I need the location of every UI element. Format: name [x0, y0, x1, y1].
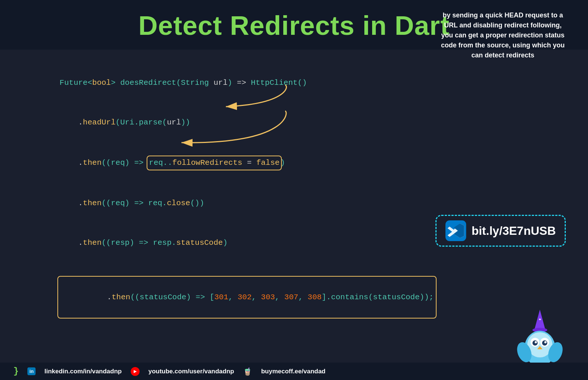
svg-point-12: [535, 341, 537, 343]
code-token: 308: [308, 293, 322, 301]
code-token: ((resp) => resp.: [101, 239, 176, 247]
code-token: req..: [149, 159, 172, 167]
footer-brace: }: [13, 366, 19, 376]
code-token: 302: [238, 293, 252, 301]
linkedin-text: linkedin.com/in/vandadnp: [44, 368, 122, 375]
code-token: =: [242, 159, 256, 167]
code-token: statusCode: [176, 239, 223, 247]
code-token: then: [83, 159, 101, 167]
code-token: then: [111, 293, 130, 301]
annotation-box: by sending a quick HEAD request to a URL…: [440, 10, 566, 60]
footer: } in linkedin.com/in/vandadnp ▶ youtube.…: [0, 363, 588, 380]
vscode-badge[interactable]: bit.ly/3E7nUSB: [435, 215, 566, 247]
code-token: ): [280, 159, 285, 167]
coffee-text: buymecoff.ee/vandad: [261, 368, 325, 375]
linkedin-icon: in: [27, 367, 36, 375]
code-token: ((req) => req.: [101, 199, 167, 207]
highlight-line-box: .then((statusCode) => [301, 302, 303, 30…: [57, 276, 437, 319]
vscode-url[interactable]: bit.ly/3E7nUSB: [471, 224, 556, 238]
code-token: String: [181, 79, 209, 87]
code-token: > doesRedirect(: [111, 79, 181, 87]
code-token: then: [83, 199, 101, 207]
svg-point-13: [544, 341, 547, 343]
code-token: ): [228, 79, 233, 87]
code-token: ((req) =>: [101, 159, 148, 167]
code-token: ].contains(statusCode));: [322, 293, 434, 301]
code-token: ,: [228, 293, 238, 301]
code-token: ): [223, 239, 228, 247]
code-line-3: .then((req) => req..followRedirects = fa…: [22, 142, 566, 183]
code-token: Future<: [60, 79, 92, 87]
code-token: ()): [190, 199, 204, 207]
code-token: )): [181, 118, 190, 127]
code-line-6: .then((statusCode) => [301, 302, 303, 30…: [22, 263, 566, 331]
code-token: HttpClient(): [251, 79, 307, 87]
code-token: .: [60, 159, 83, 167]
code-token: followRedirects: [172, 159, 242, 167]
youtube-icon: ▶: [131, 367, 140, 376]
mascot-svg: ✦: [514, 310, 566, 369]
code-token: ((statusCode) => [: [130, 293, 214, 301]
code-token: 303: [261, 293, 275, 301]
code-token: =>: [232, 79, 251, 87]
code-token: .: [60, 199, 83, 207]
code-token: .: [60, 239, 83, 247]
code-token: ,: [252, 293, 261, 301]
code-token: .: [60, 118, 83, 127]
code-token: 301: [214, 293, 228, 301]
code-token: .: [107, 293, 112, 301]
code-block-1: Future<bool> doesRedirect(String url) =>…: [22, 63, 566, 332]
svg-text:✦: ✦: [538, 316, 542, 322]
code-token: ,: [298, 293, 308, 301]
annotation-text: by sending a quick HEAD request to a URL…: [441, 11, 565, 59]
code-token: close: [167, 199, 190, 207]
mascot: ✦: [514, 310, 566, 361]
code-token: url: [167, 118, 181, 127]
code-token: url: [209, 79, 227, 87]
code-line-2: .headUrl(Uri.parse(url)): [22, 103, 566, 142]
code-token: bool: [92, 79, 111, 87]
youtube-text: youtube.com/user/vandadnp: [148, 368, 234, 375]
code-token: (Uri.parse(: [116, 118, 167, 127]
vscode-icon: [445, 220, 466, 241]
code-token: 307: [284, 293, 298, 301]
coffee-icon: 🧋: [243, 367, 252, 376]
code-token: ,: [275, 293, 284, 301]
highlight-oval: req..followRedirects = false: [147, 156, 282, 170]
code-token: false: [256, 159, 280, 167]
code-token: headUrl: [83, 118, 116, 127]
code-token: then: [83, 239, 101, 247]
code-line-1: Future<bool> doesRedirect(String url) =>…: [22, 63, 566, 103]
